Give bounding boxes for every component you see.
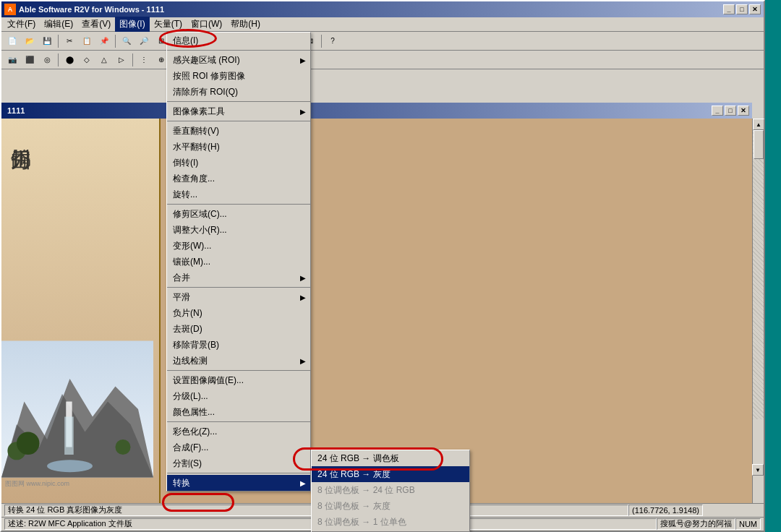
image-area: 锦秀山川 [1,119,752,503]
scroll-up-btn[interactable]: ▲ [753,119,764,130]
menu-item-pixel-tools[interactable]: 图像像素工具▶ [167,103,310,119]
menu-bar: 文件(F) 编辑(E) 查看(V) 图像(I) 矢量(T) 窗口(W) 帮助(H… [1,17,764,32]
zoom-in-btn[interactable]: 🔍 [119,33,135,49]
new-btn[interactable]: 📄 [4,33,20,49]
image-dropdown-menu: 信息(I) 感兴趣区域 (ROI)▶ 按照 ROI 修剪图像 清除所有 ROI(… [166,32,311,492]
left-painting: 锦秀山川 [1,119,161,503]
menu-file[interactable]: 文件(F) [3,17,40,32]
menu-item-transform[interactable]: 变形(W)... [167,238,310,254]
menu-item-crop[interactable]: 修剪区域(C)... [167,206,310,222]
sub-title-buttons: _ □ ✕ [712,106,749,116]
menu-item-colorize[interactable]: 彩色化(Z)... [167,424,310,439]
menu-sep-7 [167,421,310,422]
sub-close[interactable]: ✕ [738,106,749,116]
zoom-out-btn[interactable]: 🔎 [136,33,152,49]
row2-btn1[interactable]: 📷 [4,52,20,68]
scroll-track [753,130,764,419]
menu-item-gradation[interactable]: 分级(L)... [167,388,310,404]
app-icon: A [4,4,16,15]
save-btn[interactable]: 💾 [39,33,55,49]
app-title: Able Software R2V for Windows - 1111 [19,5,164,14]
svg-point-6 [17,432,40,455]
menu-item-invert[interactable]: 倒转(I) [167,155,310,171]
sep5 [321,35,322,48]
scrollbar-vertical[interactable]: ▲ ▼ [752,119,764,503]
menu-item-threshold[interactable]: 设置图像阈值(E)... [167,372,310,388]
menu-item-mosaic[interactable]: 镶嵌(M)... [167,254,310,270]
toolbar-row2: 📷 ⬛ ◎ ⬤ ◇ △ ▷ ⋮ ⊕ ⊗ ▼ ≡ ▤ [1,51,764,69]
menu-sep-5 [167,287,310,288]
paste-btn[interactable]: 📌 [96,33,112,49]
toolbar-row1: 📄 📂 💾 ✂ 📋 📌 🔍 🔎 ⊞ ↖ ✏ ⬚ ▦ ▣ ⊡ ⊟ ⊠ ? [1,32,764,51]
svg-point-7 [116,439,131,455]
menu-item-remove-bg[interactable]: 移除背景(B) [167,337,310,353]
convert-24rgb-palette[interactable]: 24 位 RGB → 调色板 [312,450,469,466]
menu-item-color-prop[interactable]: 颜色属性... [167,404,310,420]
maximize-button[interactable]: □ [736,4,748,14]
open-btn[interactable]: 📂 [22,33,38,49]
menu-sep-2 [167,101,310,102]
minimize-button[interactable]: _ [723,4,735,14]
status-coordinates: (116.7726, 1.9148) [628,505,703,516]
menu-item-smooth[interactable]: 平滑▶ [167,289,310,305]
menu-item-convert[interactable]: 转换▶ [167,475,310,491]
sep6 [58,53,59,66]
menu-item-despeckle[interactable]: 去斑(D) [167,321,310,337]
menu-help[interactable]: 帮助(H) [226,17,265,32]
row2-btn7[interactable]: ▷ [114,52,129,68]
menu-item-flip-v[interactable]: 垂直翻转(V) [167,123,310,139]
row2-btn3[interactable]: ◎ [39,52,55,68]
menu-edit[interactable]: 编辑(E) [40,17,77,32]
menu-sep-6 [167,370,310,371]
menu-item-negative[interactable]: 负片(N) [167,305,310,321]
menu-view[interactable]: 查看(V) [77,17,115,32]
row2-btn2[interactable]: ⬛ [22,52,38,68]
close-button[interactable]: ✕ [749,4,761,14]
menu-item-edge[interactable]: 边线检测▶ [167,353,310,369]
sep1 [58,35,59,48]
copy-btn[interactable]: 📋 [79,33,95,49]
menu-item-composite[interactable]: 合成(F)... [167,439,310,455]
convert-24rgb-gray[interactable]: 24 位 RGB → 灰度 [312,466,469,482]
menu-item-info[interactable]: 信息(I) [167,33,310,48]
menu-item-flip-h[interactable]: 水平翻转(H) [167,139,310,155]
menu-item-rotate[interactable]: 旋转... [167,186,310,202]
menu-window[interactable]: 窗口(W) [187,17,226,32]
sub-maximize[interactable]: □ [725,106,736,116]
menu-item-clear-roi[interactable]: 清除所有 ROI(Q) [167,84,310,100]
menu-item-merge[interactable]: 合并▶ [167,270,310,286]
scroll-thumb[interactable] [754,130,764,159]
menu-image[interactable]: 图像(I) [115,17,149,32]
left-watermark: 图图网 www.nipic.com [5,479,69,489]
cut-btn[interactable]: ✂ [61,33,77,49]
sep2 [115,35,116,48]
row2-btn8[interactable]: ⋮ [136,52,152,68]
menu-item-check-angle[interactable]: 检查角度... [167,171,310,186]
menu-item-resize[interactable]: 调整大小(R)... [167,222,310,238]
menu-sep-1 [167,50,310,51]
svg-rect-4 [64,417,74,455]
help-btn[interactable]: ? [325,33,341,49]
convert-8palette-1bit[interactable]: 8 位调色板 → 1 位单色 [312,514,469,530]
svg-point-8 [47,460,93,472]
row2-btn4[interactable]: ⬤ [61,52,77,68]
title-bar: A Able Software R2V for Windows - 1111 _… [1,1,764,17]
sub-minimize[interactable]: _ [712,106,723,116]
menu-item-roi-crop[interactable]: 按照 ROI 修剪图像 [167,68,310,84]
convert-submenu: 24 位 RGB → 调色板 24 位 RGB → 灰度 8 位调色板 → 24… [311,450,470,532]
convert-8palette-24rgb[interactable]: 8 位调色板 → 24 位 RGB [312,482,469,498]
row2-btn6[interactable]: △ [96,52,112,68]
title-bar-buttons: _ □ ✕ [723,4,761,14]
scroll-down-btn[interactable]: ▼ [752,464,764,476]
menu-sep-3 [167,121,310,121]
menu-measure[interactable]: 矢量(T) [150,17,187,32]
row2-btn5[interactable]: ◇ [79,52,95,68]
status-num: NUM [735,518,761,530]
convert-8palette-gray[interactable]: 8 位调色板 → 灰度 [312,498,469,514]
menu-item-roi[interactable]: 感兴趣区域 (ROI)▶ [167,52,310,68]
menu-sep-8 [167,473,310,473]
waterfall-svg [1,337,153,481]
menu-item-split[interactable]: 分割(S) [167,455,310,471]
sub-window-titlebar: 1111 _ □ ✕ [1,103,752,119]
title-bar-left: A Able Software R2V for Windows - 1111 [4,4,164,15]
